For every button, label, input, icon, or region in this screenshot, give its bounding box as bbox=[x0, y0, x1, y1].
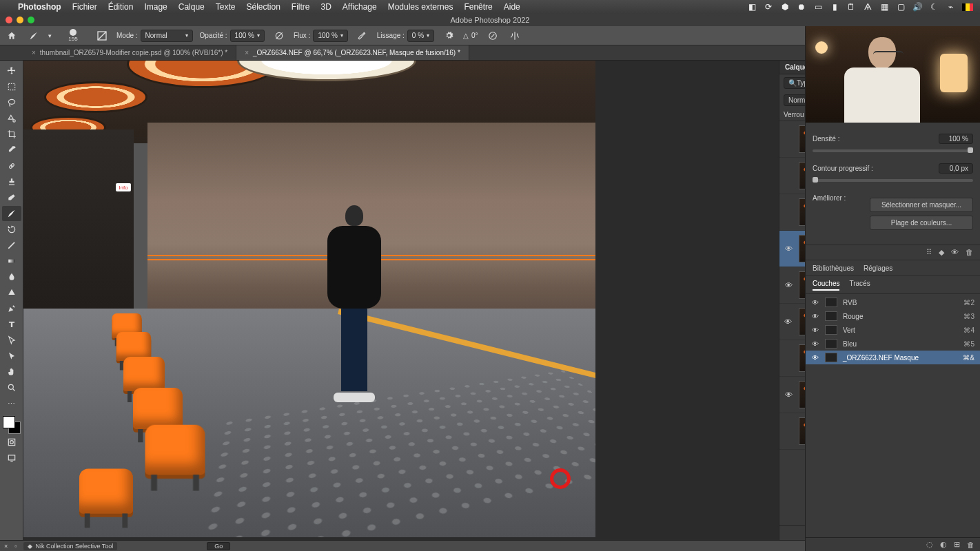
edit-toolbar[interactable]: ⋯ bbox=[2, 396, 21, 411]
marquee-tool[interactable] bbox=[2, 79, 21, 94]
tray-flag-belgium[interactable] bbox=[962, 3, 973, 11]
nik-collection-chip[interactable]: ◆Nik Collection Selective Tool bbox=[23, 542, 117, 550]
brush-panel-icon[interactable] bbox=[94, 28, 110, 43]
visibility-toggle[interactable]: 👁 bbox=[784, 281, 793, 289]
toggle-mask-icon[interactable]: 👁 bbox=[951, 248, 959, 257]
channel-row[interactable]: 👁 _ORZ6623.NEF Masque ⌘& bbox=[806, 351, 980, 364]
menu-modules[interactable]: Modules externes bbox=[388, 2, 453, 12]
tray-icon[interactable]: ⟳ bbox=[764, 2, 773, 12]
menu-edition[interactable]: Édition bbox=[108, 2, 134, 12]
dodge-tool[interactable] bbox=[2, 285, 21, 300]
menu-texte[interactable]: Texte bbox=[216, 2, 236, 12]
traffic-zoom[interactable] bbox=[28, 17, 34, 23]
visibility-toggle[interactable]: 👁 bbox=[784, 245, 793, 253]
save-selection-icon[interactable]: ◐ bbox=[940, 540, 947, 549]
channel-row[interactable]: 👁 RVB ⌘2 bbox=[806, 295, 980, 309]
eyedropper-tool[interactable] bbox=[2, 143, 21, 158]
mask-from-selection-icon[interactable]: ⠿ bbox=[926, 248, 932, 257]
mode-dropdown[interactable]: Normal▾ bbox=[141, 30, 193, 42]
brush-tool[interactable] bbox=[2, 206, 21, 221]
stamp-tool[interactable] bbox=[2, 174, 21, 189]
airbrush-icon[interactable] bbox=[355, 28, 370, 43]
delete-mask-icon[interactable]: 🗑 bbox=[966, 248, 973, 257]
tray-icon[interactable]: ⬢ bbox=[780, 2, 790, 12]
menu-calque[interactable]: Calque bbox=[178, 2, 205, 12]
channel-row[interactable]: 👁 Bleu ⌘5 bbox=[806, 337, 980, 351]
feather-slider[interactable] bbox=[813, 179, 973, 182]
visibility-toggle[interactable]: 👁 bbox=[811, 354, 819, 362]
chevron-down-icon[interactable]: ▾ bbox=[48, 32, 52, 39]
new-channel-icon[interactable]: ⊞ bbox=[954, 540, 960, 549]
opacity-input[interactable]: 100 %▾ bbox=[230, 30, 265, 42]
lissage-input[interactable]: 0 %▾ bbox=[407, 30, 434, 42]
angle-value[interactable]: 0° bbox=[471, 32, 478, 39]
menu-fenetre[interactable]: Fenêtre bbox=[464, 2, 492, 12]
visibility-toggle[interactable]: 👁 bbox=[784, 391, 793, 399]
go-button[interactable]: Go bbox=[207, 542, 230, 550]
doc-tab[interactable]: × thumbnail_ORZ6579-Modifier copie.psd @… bbox=[23, 45, 236, 60]
tray-record-icon[interactable]: ⏺ bbox=[797, 2, 806, 12]
menu-3d[interactable]: 3D bbox=[321, 2, 331, 12]
menu-aide[interactable]: Aide bbox=[504, 2, 520, 12]
channel-row[interactable]: 👁 Vert ⌘4 bbox=[806, 323, 980, 337]
brush-preset[interactable]: 195 bbox=[59, 28, 88, 44]
canvas-area[interactable]: Info bbox=[23, 61, 779, 540]
tray-display-icon[interactable]: ▢ bbox=[896, 2, 906, 12]
flux-input[interactable]: 100 %▾ bbox=[313, 30, 347, 42]
menu-image[interactable]: Image bbox=[144, 2, 167, 12]
select-and-mask-button[interactable]: Sélectionner et masquer... bbox=[870, 198, 973, 212]
load-selection-icon[interactable]: ◌ bbox=[926, 540, 933, 549]
tray-battery-icon[interactable]: ▮ bbox=[830, 2, 839, 12]
delete-channel-icon[interactable]: 🗑 bbox=[967, 541, 974, 549]
zoom-tool[interactable] bbox=[2, 380, 21, 395]
menu-fichier[interactable]: Fichier bbox=[72, 2, 97, 12]
history-brush-tool[interactable] bbox=[2, 222, 21, 237]
menu-affichage[interactable]: Affichage bbox=[343, 2, 377, 12]
doc-tab[interactable]: × _ORZ6634.NEF @ 66,7% (_ORZ6623.NEF, Ma… bbox=[236, 45, 469, 60]
density-slider[interactable] bbox=[813, 149, 973, 152]
tab-libraries[interactable]: Bibliothèques bbox=[813, 264, 854, 272]
tray-icon[interactable]: Ѧ bbox=[863, 2, 872, 12]
visibility-toggle[interactable]: 👁 bbox=[811, 299, 819, 306]
direct-select-tool[interactable] bbox=[2, 349, 21, 364]
close-icon[interactable]: × bbox=[4, 543, 8, 550]
density-value[interactable]: 100 % bbox=[939, 134, 973, 144]
quick-select-tool[interactable] bbox=[2, 111, 21, 126]
color-range-button[interactable]: Plage de couleurs... bbox=[870, 216, 973, 230]
tab-adjustments[interactable]: Réglages bbox=[864, 264, 892, 272]
brush-tool-icon[interactable] bbox=[26, 28, 41, 43]
pencil-tool[interactable] bbox=[2, 238, 21, 253]
hand-tool[interactable] bbox=[2, 364, 21, 380]
tab-channels[interactable]: Couches bbox=[813, 280, 839, 291]
tray-moon-icon[interactable]: ☾ bbox=[929, 2, 939, 12]
blur-tool[interactable] bbox=[2, 269, 21, 284]
tray-volume-icon[interactable]: 🔊 bbox=[912, 2, 922, 12]
tray-screen-icon[interactable]: ▭ bbox=[813, 2, 823, 12]
channel-row[interactable]: 👁 Rouge ⌘3 bbox=[806, 309, 980, 323]
tray-grid-icon[interactable]: ▦ bbox=[879, 2, 889, 12]
quickmask-toggle[interactable] bbox=[2, 435, 21, 450]
color-swatches[interactable] bbox=[3, 416, 21, 434]
tray-icon[interactable]: ⌁ bbox=[946, 2, 955, 12]
visibility-toggle[interactable]: 👁 bbox=[784, 318, 793, 326]
smoothing-gear-icon[interactable] bbox=[441, 28, 456, 43]
document-canvas[interactable]: Info bbox=[23, 61, 595, 537]
visibility-toggle[interactable]: 👁 bbox=[811, 313, 819, 320]
path-select-tool[interactable] bbox=[2, 333, 21, 348]
invert-mask-icon[interactable]: ◆ bbox=[939, 248, 944, 257]
symmetry-icon[interactable] bbox=[507, 28, 522, 43]
healing-tool[interactable] bbox=[2, 158, 21, 174]
eraser-tool[interactable] bbox=[2, 190, 21, 205]
visibility-toggle[interactable]: 👁 bbox=[811, 326, 819, 334]
tab-paths[interactable]: Tracés bbox=[849, 280, 870, 291]
visibility-toggle[interactable]: 👁 bbox=[811, 340, 819, 348]
close-icon[interactable]: × bbox=[245, 49, 249, 56]
pen-tool[interactable] bbox=[2, 301, 21, 316]
gradient-tool[interactable] bbox=[2, 253, 21, 269]
app-menu[interactable]: Photoshop bbox=[18, 2, 61, 12]
screenmode-toggle[interactable] bbox=[2, 450, 21, 466]
feather-value[interactable]: 0,0 px bbox=[939, 163, 973, 174]
pressure-size-icon[interactable] bbox=[485, 28, 500, 43]
tray-icon[interactable]: ◧ bbox=[747, 2, 757, 12]
pressure-opacity-icon[interactable] bbox=[272, 28, 287, 43]
